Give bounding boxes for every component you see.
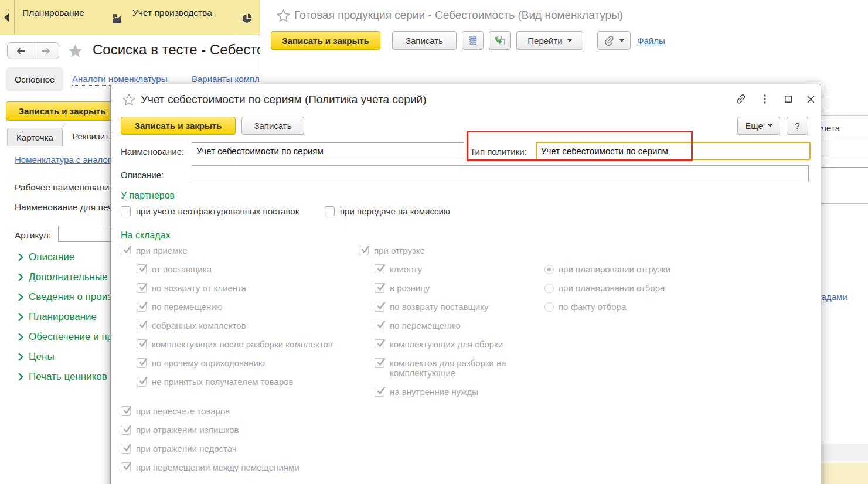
- chevron-right-icon: [18, 293, 23, 301]
- checkbox[interactable]: [137, 264, 147, 274]
- save-button[interactable]: Записать: [241, 117, 304, 135]
- factory-icon[interactable]: [111, 13, 122, 24]
- panel-scroll-left-icon[interactable]: [4, 13, 9, 22]
- checkbox[interactable]: [121, 462, 131, 472]
- tab-kartochka[interactable]: Карточка: [7, 128, 63, 146]
- back-button[interactable]: [8, 43, 33, 59]
- files-link[interactable]: Файлы: [637, 36, 665, 46]
- checkbox-label: при передаче на комиссию: [340, 206, 450, 216]
- checkbox[interactable]: [375, 387, 384, 397]
- checkbox-row: по перемещению: [375, 321, 521, 330]
- checkbox[interactable]: [325, 206, 335, 216]
- policy-type-field-label: Тип политики:: [470, 146, 527, 156]
- chevron-down-icon: [768, 124, 772, 127]
- goto-dropdown-button[interactable]: Перейти: [516, 31, 583, 50]
- save-and-close-button[interactable]: Записать и закрыть: [271, 31, 380, 50]
- checkbox[interactable]: [137, 283, 147, 293]
- checkbox[interactable]: [375, 358, 384, 368]
- checkbox[interactable]: [137, 302, 147, 312]
- close-icon[interactable]: [803, 91, 818, 107]
- radio-row: при планировании отбора: [544, 284, 670, 293]
- checkbox-row: в розницу: [375, 283, 521, 293]
- maximize-icon[interactable]: [781, 91, 796, 107]
- favorite-star-outline-icon[interactable]: [276, 8, 291, 23]
- field-label-article: Артикул:: [15, 230, 51, 241]
- checkbox[interactable]: [375, 302, 384, 312]
- chevron-right-icon: [18, 373, 23, 381]
- save-and-close-button[interactable]: Записать и закрыть: [121, 117, 236, 135]
- checkbox[interactable]: [121, 425, 131, 435]
- pie-chart-icon[interactable]: [241, 13, 253, 24]
- chevron-down-icon: [567, 39, 572, 42]
- checkbox-row: при учете неотфактурованных поставок: [121, 206, 325, 216]
- checkbox-row: при отражении излишков: [121, 425, 299, 435]
- checkbox-row: при передаче на комиссию: [325, 206, 450, 216]
- checkbox-row: при пересчете товаров: [121, 406, 299, 416]
- records-stack-icon[interactable]: [462, 31, 484, 50]
- checkbox-row: по возврату от клиента: [137, 283, 333, 293]
- checkbox-label: собранных комплектов: [152, 321, 246, 330]
- checkbox[interactable]: [137, 377, 147, 387]
- checkbox[interactable]: [359, 246, 369, 255]
- checkbox[interactable]: [137, 358, 147, 368]
- chevron-down-icon: [619, 39, 624, 42]
- description-input[interactable]: [192, 165, 809, 182]
- checkbox-label: при отражении недостач: [136, 444, 237, 454]
- dialog-title: Учет себестоимости по сериям (Политика у…: [141, 93, 426, 106]
- nav-tab-osnovnoe[interactable]: Основное: [6, 67, 63, 91]
- more-dropdown-button[interactable]: Еще: [737, 117, 780, 135]
- right-form-title: Готовая продукция серии - Себестоимость …: [294, 9, 623, 22]
- section-item-label[interactable]: Учет производства: [132, 8, 212, 18]
- checkbox[interactable]: [137, 339, 147, 349]
- checkbox-label: клиенту: [390, 264, 422, 274]
- checkbox-row: по прочему оприходованию: [137, 358, 333, 368]
- checkbox-label: не принятых получателем товаров: [152, 377, 294, 387]
- radio-button[interactable]: [544, 284, 554, 293]
- save-button[interactable]: Записать: [392, 31, 457, 50]
- forward-button[interactable]: [33, 43, 59, 59]
- section-item-label[interactable]: Планирование: [22, 8, 84, 18]
- attachments-split-button[interactable]: [597, 31, 631, 50]
- checkbox[interactable]: [121, 246, 131, 255]
- checkbox[interactable]: [375, 321, 384, 330]
- policy-type-input[interactable]: Учет себестоимости по сериям: [536, 142, 811, 160]
- text-cursor: [669, 145, 669, 156]
- checkbox[interactable]: [375, 283, 384, 293]
- radio-button[interactable]: [544, 265, 554, 274]
- checkbox-label: по возврату поставщику: [390, 302, 488, 312]
- chevron-right-icon: [18, 333, 23, 341]
- checkbox-label: по перемещению: [152, 302, 223, 312]
- checkbox[interactable]: [121, 406, 131, 416]
- favorite-star-icon[interactable]: [67, 43, 83, 59]
- copy-link-icon[interactable]: [733, 91, 748, 107]
- checkbox-row: не принятых получателем товаров: [137, 377, 333, 387]
- checkbox-label: при учете неотфактурованных поставок: [136, 206, 299, 216]
- checkbox-row: по перемещению: [137, 302, 333, 312]
- warehouses-group-heading: На складах: [121, 230, 171, 241]
- checkbox-label: при перемещении между помещениями: [136, 462, 299, 472]
- series-policy-dialog: Учет себестоимости по сериям (Политика у…: [110, 84, 821, 484]
- checkbox-label: при приемке: [136, 246, 188, 255]
- checkbox-row: комплектующих для сборки: [375, 339, 521, 349]
- checkbox-label: по перемещению: [390, 321, 461, 330]
- checkbox[interactable]: [137, 321, 147, 330]
- checkbox[interactable]: [121, 206, 131, 216]
- checkbox-row: на внутренние нужды: [375, 387, 521, 397]
- field-label-working-name: Рабочее наименование: [15, 182, 114, 193]
- right-toolbar: Записать и закрыть Записать Перейти: [271, 31, 665, 50]
- checkbox[interactable]: [375, 264, 384, 274]
- save-and-close-button[interactable]: Записать и закрыть: [6, 101, 118, 121]
- checkbox-row: по возврату поставщику: [375, 302, 521, 312]
- create-based-on-icon[interactable]: [489, 31, 511, 50]
- checkbox[interactable]: [121, 444, 131, 454]
- help-button[interactable]: ?: [787, 117, 808, 135]
- radio-button[interactable]: [544, 302, 554, 312]
- kebab-menu-icon[interactable]: [757, 91, 772, 107]
- name-input[interactable]: Учет себестоимости по сериям: [192, 142, 464, 159]
- group-label: Описание: [29, 251, 74, 263]
- name-field-label: Наименование:: [121, 146, 184, 156]
- checkbox[interactable]: [375, 339, 384, 349]
- favorite-star-outline-icon[interactable]: [122, 93, 136, 107]
- divider: [14, 0, 15, 35]
- radio-label: при планировании отбора: [559, 284, 665, 293]
